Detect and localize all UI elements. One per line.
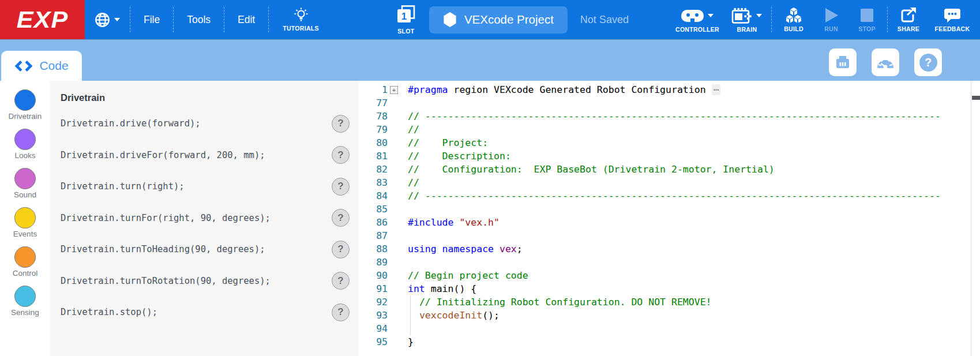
top-menu-bar: EXP File Tools Edit TUTORIALS [0,0,980,39]
svg-text:1: 1 [401,11,407,22]
menu-file[interactable]: File [130,14,173,26]
line-number: 82 [359,163,388,176]
code-text[interactable]: vexcodeInit(); [400,309,500,322]
print-console-button[interactable] [829,48,857,76]
code-text[interactable]: #pragma region VEXcode Generated Robot C… [400,83,720,96]
fold-column [388,269,400,282]
fold-expand-icon[interactable]: + [390,86,398,94]
project-name-button[interactable]: VEXcode Project [429,6,568,33]
tutorials-button[interactable]: TUTORIALS [277,8,325,32]
actions-divider [887,7,888,32]
code-text[interactable] [400,229,408,242]
build-label: BUILD [784,25,803,32]
chevron-down-icon [708,14,714,17]
code-line: 95} [359,335,980,348]
command-row[interactable]: Drivetrain.driveFor(forward, 200, mm);? [61,140,350,171]
code-editor[interactable]: 1+#pragma region VEXcode Generated Robot… [359,81,980,356]
code-text[interactable]: int main() { [400,282,476,295]
tab-code[interactable]: Code [1,51,82,81]
stop-button[interactable]: STOP [850,7,884,32]
exp-logo-text: EXP [17,7,69,33]
run-button[interactable]: RUN [816,7,847,32]
share-label: SHARE [898,25,919,32]
sidebar-item-control[interactable]: Control [0,246,50,278]
menu-edit[interactable]: Edit [224,14,268,26]
sidebar-item-sensing[interactable]: Sensing [0,286,50,317]
share-button[interactable]: SHARE [891,7,926,32]
code-text[interactable]: } [400,335,414,348]
code-text[interactable]: // Configuration: EXP BaseBot (Drivetrai… [400,163,775,176]
feedback-button[interactable]: FEEDBACK [929,7,975,32]
command-panel: Drivetrain Drivetrain.drive(forward);?Dr… [50,81,359,356]
command-help-button[interactable]: ? [332,178,350,196]
command-text: Drivetrain.drive(forward); [61,118,201,129]
category-sidebar: DrivetrainLooksSoundEventsControlSensing [0,81,50,356]
fold-column [388,136,400,149]
sidebar-item-looks[interactable]: Looks [0,129,50,160]
run-label: RUN [824,25,838,32]
code-line: 79// [359,123,980,136]
globe-icon [95,12,110,28]
feedback-label: FEEDBACK [935,25,970,32]
code-token: // [408,124,419,135]
chevron-down-icon [756,14,762,17]
code-text[interactable] [400,256,408,269]
sidebar-item-drivetrain[interactable]: Drivetrain [0,89,50,121]
code-line: 85 [359,203,980,216]
code-text[interactable]: // Description: [400,149,511,163]
fold-column [388,123,400,136]
code-line: 90// Begin project code [359,269,980,282]
code-text[interactable] [400,96,408,110]
command-panel-heading: Drivetrain [61,92,350,103]
category-label: Events [13,230,37,238]
line-number: 86 [359,216,388,229]
code-text[interactable]: #include "vex.h" [400,216,500,229]
fold-column [388,96,400,110]
sidebar-item-sound[interactable]: Sound [0,168,50,199]
slot-button[interactable]: 1 SLOT [395,5,418,35]
monitor-dashboard-button[interactable] [872,48,899,76]
sidebar-item-events[interactable]: Events [0,207,50,238]
category-label: Drivetrain [9,112,42,121]
menu-tools[interactable]: Tools [174,14,224,26]
code-text[interactable]: // [400,176,419,189]
command-row[interactable]: Drivetrain.turnFor(right, 90, degrees);? [61,203,350,234]
category-color-dot [14,89,36,111]
stop-square-icon [859,7,874,24]
category-label: Control [13,269,38,278]
editor-scrollbar-thumb[interactable] [972,96,980,100]
command-row[interactable]: Drivetrain.stop();? [61,297,350,328]
code-text[interactable]: // Initializing Robot Configuration. DO … [400,295,712,309]
code-token [408,310,419,321]
command-help-button[interactable]: ? [332,303,350,321]
command-row[interactable]: Drivetrain.turnToRotation(90, degrees);? [61,265,350,297]
language-globe-button[interactable] [85,12,130,28]
help-button[interactable]: ? [914,48,942,76]
controller-button[interactable]: CONTROLLER [672,7,723,33]
code-text[interactable]: // Project: [400,136,488,149]
command-help-button[interactable]: ? [332,146,350,164]
code-text[interactable] [400,203,408,216]
code-text[interactable] [400,322,408,335]
code-text[interactable]: // Begin project code [400,269,528,282]
code-token: // [408,177,419,188]
brain-button[interactable]: BRAIN [726,7,768,33]
code-text[interactable]: using namespace vex; [400,242,523,256]
editor-scrollbar[interactable] [971,81,980,356]
lightbulb-icon [294,8,309,23]
line-number: 94 [359,322,388,335]
command-help-button[interactable]: ? [332,209,350,227]
command-help-button[interactable]: ? [332,241,350,258]
command-row[interactable]: Drivetrain.drive(forward);? [61,108,350,140]
command-help-button[interactable]: ? [332,115,350,133]
code-text[interactable]: // -------------------------------------… [400,189,941,203]
command-row[interactable]: Drivetrain.turnToHeading(90, degrees);? [61,234,350,265]
code-text[interactable]: // -------------------------------------… [400,110,941,123]
command-row[interactable]: Drivetrain.turn(right);? [61,171,350,203]
tab-code-label: Code [39,59,68,73]
indent-guide [410,295,411,309]
build-button[interactable]: BUILD [775,7,812,32]
fold-column [388,203,400,216]
code-text[interactable]: // [400,123,419,136]
command-help-button[interactable]: ? [332,272,350,290]
